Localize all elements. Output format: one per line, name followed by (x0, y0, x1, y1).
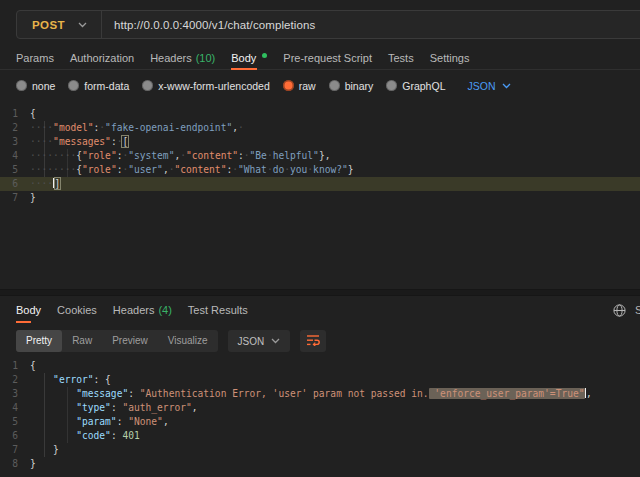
code-line[interactable]: 6····] (0, 177, 640, 191)
code-token: know?" (313, 164, 348, 175)
request-body-editor[interactable]: 1{2····"model":·"fake-openai-endpoint",·… (0, 107, 640, 289)
tab-test-results[interactable]: Test Results (188, 298, 248, 322)
radio-raw[interactable]: raw (283, 80, 316, 92)
code-token: "role" (82, 150, 117, 161)
code-token: } (53, 444, 59, 455)
code-text: { (30, 359, 36, 373)
radio-icon (68, 80, 79, 91)
wrap-text-button[interactable] (300, 330, 326, 352)
radio-icon (329, 80, 340, 91)
line-number: 4 (0, 149, 30, 163)
tab-response-body[interactable]: Body (16, 298, 41, 322)
code-line[interactable]: 1{ (0, 107, 640, 121)
code-token: "role" (82, 164, 117, 175)
radio-icon (142, 80, 153, 91)
response-body-viewer[interactable]: 1{2 "error": {3 "message": "Authenticati… (0, 359, 640, 477)
code-token: "None" (128, 416, 163, 427)
line-number: 6 (0, 429, 30, 443)
code-line[interactable]: 7} (0, 191, 640, 205)
code-token: "messages" (53, 136, 111, 147)
code-token: "param" (76, 416, 116, 427)
radio-x-www-form-urlencoded[interactable]: x-www-form-urlencoded (142, 80, 269, 92)
tab-pre-request-script[interactable]: Pre-request Script (283, 47, 372, 69)
code-token: "code" (76, 430, 111, 441)
code-text: ····] (30, 177, 60, 191)
headers-count-badge: (10) (196, 52, 216, 64)
code-token: 401 (122, 430, 139, 441)
code-line[interactable]: 4········{"role":·"system",·"content":·"… (0, 149, 640, 163)
tab-settings[interactable]: Settings (430, 47, 470, 69)
radio-form-data[interactable]: form-data (68, 80, 129, 92)
tab-authorization[interactable]: Authorization (70, 47, 134, 69)
line-number: 7 (0, 191, 30, 205)
line-number: 5 (0, 415, 30, 429)
code-token: [ (122, 136, 128, 147)
code-text: ····"messages":·[ (30, 135, 128, 149)
url-bar: POST http://0.0.0.0:4000/v1/chat/complet… (16, 10, 640, 39)
body-modified-dot-icon (262, 53, 267, 58)
tab-body[interactable]: Body (231, 47, 267, 69)
method-selector[interactable]: POST (17, 11, 101, 38)
view-preview[interactable]: Preview (102, 330, 158, 352)
code-token: ···· (30, 136, 53, 147)
code-line[interactable]: 2····"model":·"fake-openai-endpoint",· (0, 121, 640, 135)
code-line[interactable]: 4 "type": "auth_error", (0, 401, 640, 415)
code-token: "content" (174, 164, 226, 175)
view-visualize[interactable]: Visualize (158, 330, 218, 352)
tab-cookies[interactable]: Cookies (57, 298, 97, 322)
code-token: "Be (250, 150, 267, 161)
pane-resize-divider[interactable] (0, 289, 640, 296)
code-token: you (290, 164, 307, 175)
code-token (30, 416, 76, 427)
code-line[interactable]: 2 "error": { (0, 373, 640, 387)
code-token: "type" (76, 402, 111, 413)
chevron-down-icon (78, 22, 87, 28)
line-number: 3 (0, 387, 30, 401)
code-line[interactable]: 3····"messages":·[ (0, 135, 640, 149)
code-text: "param": "None", (30, 415, 169, 429)
view-raw[interactable]: Raw (62, 330, 102, 352)
response-tabs: Body Cookies Headers(4) Test Results St (0, 298, 640, 322)
response-format-selector[interactable]: JSON (228, 330, 291, 352)
code-token: ] (55, 178, 61, 189)
code-token: { (105, 374, 111, 385)
line-number: 1 (0, 359, 30, 373)
tab-response-headers[interactable]: Headers(4) (113, 298, 172, 322)
code-line[interactable]: 1{ (0, 359, 640, 373)
radio-none[interactable]: none (16, 80, 55, 92)
radio-binary[interactable]: binary (329, 80, 374, 92)
tab-headers[interactable]: Headers(10) (150, 47, 215, 69)
tab-params[interactable]: Params (16, 47, 54, 69)
code-line[interactable]: 5········{"role":·"user",·"content":·"Wh… (0, 163, 640, 177)
code-text: } (30, 443, 59, 457)
code-line[interactable]: 6 "code": 401 (0, 429, 640, 443)
body-type-row: none form-data x-www-form-urlencoded raw… (16, 75, 640, 96)
line-number: 2 (0, 121, 30, 135)
code-token: "model" (53, 122, 93, 133)
code-token: }, (319, 150, 331, 161)
code-token: ········ (30, 150, 76, 161)
code-token: "system" (128, 150, 174, 161)
code-token: "content" (186, 150, 238, 161)
code-line[interactable]: 7 } (0, 443, 640, 457)
code-line[interactable]: 8} (0, 457, 640, 471)
url-input[interactable]: http://0.0.0.0:4000/v1/chat/completions (102, 19, 315, 31)
postman-app: { "colors": { "accent_orange": "#ff6c37"… (0, 0, 640, 477)
tab-tests[interactable]: Tests (388, 47, 414, 69)
view-pretty[interactable]: Pretty (16, 330, 62, 352)
code-text: } (30, 191, 36, 205)
code-token: } (30, 192, 36, 203)
globe-icon[interactable] (613, 304, 626, 317)
clipped-status-text: St (635, 304, 640, 316)
response-meta-right: St (613, 298, 640, 322)
radio-graphql[interactable]: GraphQL (386, 80, 445, 92)
code-line[interactable]: 5 "param": "None", (0, 415, 640, 429)
code-token: do (273, 164, 285, 175)
view-mode-switcher: Pretty Raw Preview Visualize (16, 330, 218, 352)
code-line[interactable]: 3 "message": "Authentication Error, 'use… (0, 387, 640, 401)
code-token (30, 444, 53, 455)
code-token: "fake-openai-endpoint" (105, 122, 232, 133)
selected-text: 'enforce_user_param'=True" (429, 388, 585, 399)
code-token: "What (238, 164, 267, 175)
content-type-selector[interactable]: JSON (467, 80, 510, 92)
